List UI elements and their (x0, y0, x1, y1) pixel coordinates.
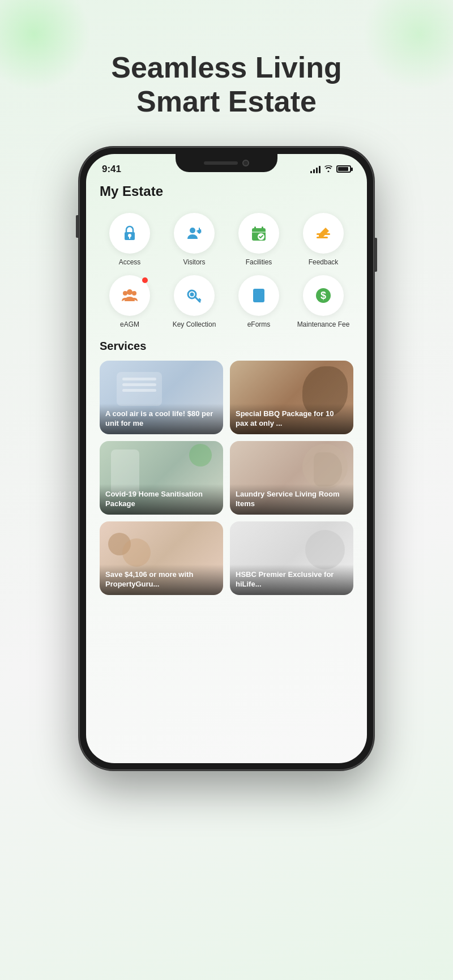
access-label: Access (119, 258, 141, 266)
feedback-icon (313, 223, 334, 243)
eagm-icon (119, 285, 140, 306)
maintenance-fee-icon: $ (313, 285, 334, 306)
icon-circle-feedback (303, 213, 344, 254)
service-card-overlay: A cool air is a cool life! $80 per unit … (100, 404, 223, 434)
svg-point-17 (123, 291, 127, 296)
icon-item-maintenance-fee[interactable]: $ Maintenance Fee (293, 275, 353, 328)
service-card-covid[interactable]: Covid-19 Home Sanitisation Package (100, 441, 223, 515)
icon-item-facilities[interactable]: Facilities (229, 213, 289, 266)
status-time: 9:41 (102, 164, 121, 175)
eagm-label: eAGM (120, 320, 139, 328)
service-card-air[interactable]: A cool air is a cool life! $80 per unit … (100, 361, 223, 434)
service-card-overlay-laundry: Laundry Service Living Room Items (230, 484, 353, 515)
icon-grid: Access + (100, 213, 353, 328)
svg-point-3 (190, 228, 195, 233)
service-card-laundry[interactable]: Laundry Service Living Room Items (230, 441, 353, 515)
feedback-label: Feedback (309, 258, 339, 266)
phone-wrapper: 9:41 (0, 147, 453, 770)
section-title: My Estate (100, 183, 353, 199)
svg-rect-10 (254, 226, 256, 230)
battery-icon (336, 165, 351, 173)
icon-circle-eagm (109, 275, 150, 316)
key-collection-label: Key Collection (173, 320, 216, 328)
eforms-label: eForms (247, 320, 271, 328)
status-icons (310, 165, 351, 174)
icon-item-access[interactable]: Access (100, 213, 160, 266)
facilities-icon (249, 223, 269, 243)
visitors-label: Visitors (183, 258, 205, 266)
svg-text:$: $ (320, 290, 326, 301)
icon-item-eforms[interactable]: eForms (229, 275, 289, 328)
service-card-overlay-property: Save $4,106 or more with PropertyGuru... (100, 564, 223, 595)
service-card-bbq[interactable]: Special BBQ Package for 10 pax at only .… (230, 361, 353, 434)
access-icon (119, 223, 140, 243)
svg-point-25 (254, 291, 263, 300)
icon-item-eagm[interactable]: eAGM (100, 275, 160, 328)
services-grid: A cool air is a cool life! $80 per unit … (100, 361, 353, 595)
notification-dot (142, 277, 148, 283)
service-covid-text: Covid-19 Home Sanitisation Package (105, 490, 217, 509)
facilities-label: Facilities (246, 258, 272, 266)
signal-icon (310, 165, 320, 173)
icon-item-key-collection[interactable]: Key Collection (164, 275, 224, 328)
service-card-overlay-bbq: Special BBQ Package for 10 pax at only .… (230, 404, 353, 434)
svg-point-18 (132, 291, 136, 296)
service-card-overlay-hsbc: HSBC Premier Exclusive for hiLife... (230, 564, 353, 595)
phone-notch (176, 154, 277, 172)
maintenance-fee-label: Maintenance Fee (297, 320, 350, 328)
icon-item-feedback[interactable]: Feedback (293, 213, 353, 266)
visitors-icon: + (184, 223, 204, 243)
wifi-icon (324, 165, 333, 174)
key-collection-icon (184, 285, 204, 306)
service-laundry-text: Laundry Service Living Room Items (236, 490, 348, 509)
icon-circle-facilities (238, 213, 279, 254)
service-card-overlay-covid: Covid-19 Home Sanitisation Package (100, 484, 223, 515)
icon-circle-access (109, 213, 150, 254)
phone-frame: 9:41 (79, 147, 374, 770)
svg-rect-11 (262, 226, 263, 230)
service-card-hsbc[interactable]: HSBC Premier Exclusive for hiLife... (230, 521, 353, 595)
services-title: Services (100, 340, 353, 353)
icon-circle-maintenance-fee: $ (303, 275, 344, 316)
notch-speaker (204, 161, 238, 165)
svg-rect-2 (129, 237, 130, 239)
svg-point-16 (127, 289, 133, 295)
icon-circle-key-collection (174, 275, 215, 316)
icon-item-visitors[interactable]: + Visitors (164, 213, 224, 266)
service-card-property[interactable]: Save $4,106 or more with PropertyGuru... (100, 521, 223, 595)
phone-inner: 9:41 (86, 154, 367, 763)
service-bbq-text: Special BBQ Package for 10 pax at only .… (236, 409, 348, 429)
app-content[interactable]: My Estate Access (86, 179, 367, 763)
service-air-text: A cool air is a cool life! $80 per unit … (105, 409, 217, 429)
icon-circle-eforms (238, 275, 279, 316)
eforms-icon (249, 285, 269, 306)
svg-point-20 (190, 292, 194, 296)
icon-circle-visitors: + (174, 213, 215, 254)
notch-camera (242, 160, 249, 166)
svg-rect-12 (252, 232, 266, 233)
svg-text:+: + (198, 228, 202, 236)
service-hsbc-text: HSBC Premier Exclusive for hiLife... (236, 570, 348, 589)
service-property-text: Save $4,106 or more with PropertyGuru... (105, 570, 217, 589)
